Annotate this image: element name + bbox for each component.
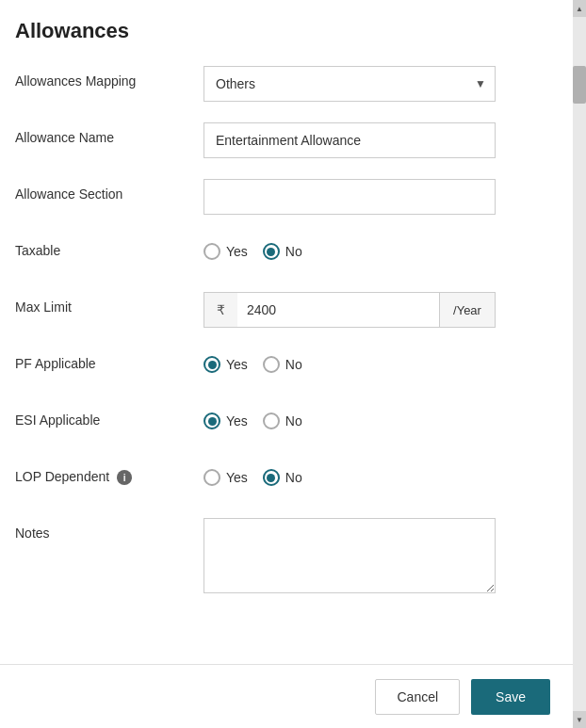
allowance-name-input[interactable] bbox=[203, 122, 496, 158]
lop-dependent-radio-group: Yes No bbox=[203, 461, 550, 486]
esi-applicable-control: Yes No bbox=[203, 405, 550, 429]
esi-applicable-radio-group: Yes No bbox=[203, 405, 550, 429]
allowance-section-label: Allowance Section bbox=[15, 179, 203, 202]
allowance-name-label: Allowance Name bbox=[15, 122, 203, 145]
save-button[interactable]: Save bbox=[471, 679, 550, 715]
notes-textarea[interactable] bbox=[203, 518, 496, 593]
esi-applicable-label: ESI Applicable bbox=[15, 405, 203, 428]
lop-no-radio[interactable] bbox=[263, 469, 280, 486]
pf-applicable-radio-group: Yes No bbox=[203, 348, 550, 373]
taxable-no-dot bbox=[267, 248, 275, 256]
allowances-mapping-control: Others HRA LTA Medical Conveyance Specia… bbox=[203, 66, 550, 102]
esi-no-option[interactable]: No bbox=[263, 413, 302, 429]
notes-control bbox=[203, 518, 550, 597]
lop-dependent-control: Yes No bbox=[203, 461, 550, 486]
allowance-section-input[interactable] bbox=[203, 179, 496, 215]
scroll-up-arrow[interactable]: ▲ bbox=[573, 0, 586, 17]
esi-no-radio[interactable] bbox=[263, 413, 280, 429]
esi-no-label: No bbox=[285, 413, 302, 429]
esi-yes-label: Yes bbox=[226, 413, 248, 429]
allowances-mapping-select[interactable]: Others HRA LTA Medical Conveyance Specia… bbox=[203, 66, 496, 102]
lop-yes-label: Yes bbox=[226, 470, 248, 485]
taxable-no-option[interactable]: No bbox=[263, 243, 302, 260]
esi-yes-dot bbox=[208, 417, 217, 426]
allowances-mapping-label: Allowances Mapping bbox=[15, 66, 203, 89]
allowances-mapping-row: Allowances Mapping Others HRA LTA Medica… bbox=[15, 66, 550, 104]
max-limit-control: ₹ /Year bbox=[203, 292, 550, 328]
cancel-button[interactable]: Cancel bbox=[375, 679, 460, 715]
year-period: /Year bbox=[439, 292, 496, 328]
pf-applicable-row: PF Applicable Yes No bbox=[15, 348, 550, 386]
allowance-name-control bbox=[203, 122, 550, 158]
esi-yes-option[interactable]: Yes bbox=[203, 413, 248, 429]
max-limit-label: Max Limit bbox=[15, 292, 203, 315]
scroll-down-arrow[interactable]: ▼ bbox=[573, 711, 586, 728]
taxable-control: Yes No bbox=[203, 235, 550, 260]
esi-applicable-row: ESI Applicable Yes No bbox=[15, 405, 550, 443]
pf-yes-dot bbox=[208, 361, 217, 369]
lop-yes-option[interactable]: Yes bbox=[203, 469, 248, 486]
lop-no-label: No bbox=[285, 470, 302, 485]
taxable-label: Taxable bbox=[15, 235, 203, 258]
esi-yes-radio[interactable] bbox=[203, 413, 220, 429]
form-footer: Cancel Save bbox=[0, 664, 573, 728]
currency-symbol: ₹ bbox=[203, 292, 237, 328]
max-limit-row: Max Limit ₹ /Year bbox=[15, 292, 550, 330]
allowance-section-row: Allowance Section bbox=[15, 179, 550, 217]
pf-yes-option[interactable]: Yes bbox=[203, 356, 248, 373]
scrollbar[interactable]: ▲ ▼ bbox=[573, 0, 586, 728]
lop-dependent-row: LOP Dependent i Yes No bbox=[15, 461, 550, 499]
taxable-yes-option[interactable]: Yes bbox=[203, 243, 248, 260]
notes-label: Notes bbox=[15, 518, 203, 541]
pf-yes-radio[interactable] bbox=[203, 356, 220, 373]
taxable-no-radio[interactable] bbox=[263, 243, 280, 260]
taxable-radio-group: Yes No bbox=[203, 235, 550, 260]
lop-dependent-label: LOP Dependent i bbox=[15, 461, 203, 485]
max-limit-wrapper: ₹ /Year bbox=[203, 292, 496, 328]
page-title: Allowances bbox=[15, 15, 550, 43]
allowance-name-row: Allowance Name bbox=[15, 122, 550, 160]
lop-no-dot bbox=[267, 474, 275, 482]
allowance-section-control bbox=[203, 179, 550, 215]
lop-no-option[interactable]: No bbox=[263, 469, 302, 486]
taxable-no-label: No bbox=[285, 244, 302, 259]
info-icon[interactable]: i bbox=[117, 470, 132, 485]
lop-yes-radio[interactable] bbox=[203, 469, 220, 486]
notes-row: Notes bbox=[15, 518, 550, 597]
form-content: Allowances Allowances Mapping Others HRA… bbox=[0, 0, 573, 691]
pf-no-label: No bbox=[285, 357, 302, 372]
taxable-yes-radio[interactable] bbox=[203, 243, 220, 260]
pf-no-option[interactable]: No bbox=[263, 356, 302, 373]
scrollbar-thumb[interactable] bbox=[573, 66, 586, 104]
allowances-panel: ▲ ▼ Allowances Allowances Mapping Others… bbox=[0, 0, 586, 728]
pf-yes-label: Yes bbox=[226, 357, 248, 372]
allowances-mapping-select-wrapper: Others HRA LTA Medical Conveyance Specia… bbox=[203, 66, 496, 102]
pf-applicable-control: Yes No bbox=[203, 348, 550, 373]
taxable-row: Taxable Yes No bbox=[15, 235, 550, 273]
taxable-yes-label: Yes bbox=[226, 244, 248, 259]
pf-no-radio[interactable] bbox=[263, 356, 280, 373]
max-limit-input[interactable] bbox=[237, 292, 439, 328]
pf-applicable-label: PF Applicable bbox=[15, 348, 203, 371]
